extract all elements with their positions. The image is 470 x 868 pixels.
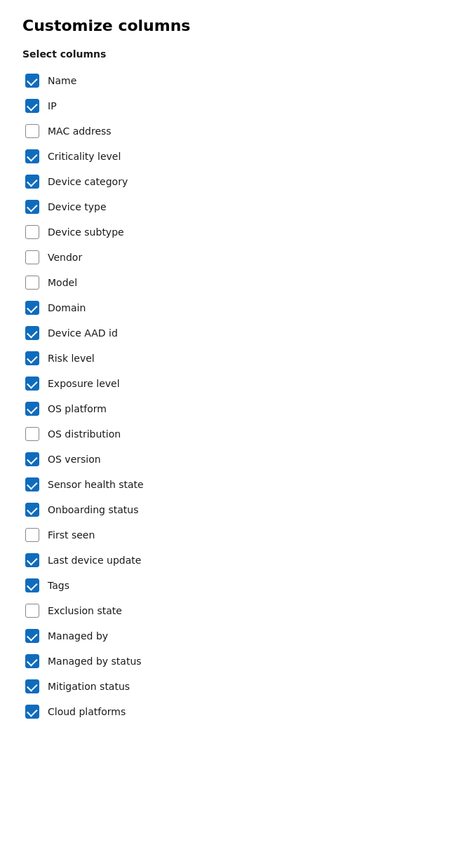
column-item-vendor[interactable]: Vendor [22,245,448,270]
checkbox-exposure-level[interactable] [25,377,39,391]
checkbox-mitigation-status[interactable] [25,679,39,693]
checkbox-ip[interactable] [25,99,39,113]
column-label-last-device-update: Last device update [48,555,141,566]
checkbox-onboarding-status[interactable] [25,503,39,517]
column-item-device-subtype[interactable]: Device subtype [22,219,448,245]
column-label-criticality-level: Criticality level [48,151,121,162]
column-item-exposure-level[interactable]: Exposure level [22,371,448,396]
column-label-name: Name [48,75,76,86]
column-label-mitigation-status: Mitigation status [48,681,130,692]
column-item-onboarding-status[interactable]: Onboarding status [22,497,448,522]
column-item-managed-by-status[interactable]: Managed by status [22,649,448,674]
column-item-criticality-level[interactable]: Criticality level [22,144,448,169]
checkbox-first-seen[interactable] [25,528,39,542]
checkbox-cloud-platforms[interactable] [25,705,39,719]
column-label-cloud-platforms: Cloud platforms [48,706,126,717]
column-item-mitigation-status[interactable]: Mitigation status [22,674,448,699]
column-item-os-distribution[interactable]: OS distribution [22,421,448,447]
column-label-onboarding-status: Onboarding status [48,504,138,515]
column-item-risk-level[interactable]: Risk level [22,346,448,371]
page-title: Customize columns [22,17,448,34]
column-label-mac-address: MAC address [48,126,112,137]
checkbox-sensor-health-state[interactable] [25,477,39,491]
column-item-first-seen[interactable]: First seen [22,522,448,548]
column-item-last-device-update[interactable]: Last device update [22,548,448,573]
column-label-managed-by: Managed by [48,630,108,642]
column-label-exclusion-state: Exclusion state [48,605,122,616]
column-item-device-type[interactable]: Device type [22,194,448,219]
checkbox-criticality-level[interactable] [25,149,39,163]
column-label-os-distribution: OS distribution [48,428,121,440]
checkbox-exclusion-state[interactable] [25,604,39,618]
column-item-mac-address[interactable]: MAC address [22,118,448,144]
column-item-exclusion-state[interactable]: Exclusion state [22,598,448,623]
column-label-exposure-level: Exposure level [48,378,120,389]
column-label-device-aad-id: Device AAD id [48,327,118,339]
column-label-domain: Domain [48,302,86,313]
column-label-device-subtype: Device subtype [48,226,124,238]
column-item-cloud-platforms[interactable]: Cloud platforms [22,699,448,724]
column-item-os-platform[interactable]: OS platform [22,396,448,421]
column-label-first-seen: First seen [48,529,95,541]
checkbox-tags[interactable] [25,578,39,592]
checkbox-os-version[interactable] [25,452,39,466]
column-item-device-aad-id[interactable]: Device AAD id [22,320,448,346]
column-item-model[interactable]: Model [22,270,448,295]
checkbox-name[interactable] [25,74,39,88]
column-item-sensor-health-state[interactable]: Sensor health state [22,472,448,497]
checkbox-device-aad-id[interactable] [25,326,39,340]
column-label-risk-level: Risk level [48,353,95,364]
column-label-managed-by-status: Managed by status [48,656,142,667]
checkbox-os-platform[interactable] [25,402,39,416]
section-label: Select columns [22,48,448,60]
checkbox-managed-by-status[interactable] [25,654,39,668]
checkbox-device-type[interactable] [25,200,39,214]
column-item-name[interactable]: Name [22,68,448,93]
column-item-os-version[interactable]: OS version [22,447,448,472]
column-item-ip[interactable]: IP [22,93,448,118]
column-item-device-category[interactable]: Device category [22,169,448,194]
checkbox-mac-address[interactable] [25,124,39,138]
column-label-vendor: Vendor [48,252,82,263]
column-item-domain[interactable]: Domain [22,295,448,320]
checkbox-vendor[interactable] [25,250,39,264]
column-label-tags: Tags [48,580,69,591]
checkbox-device-subtype[interactable] [25,225,39,239]
checkbox-device-category[interactable] [25,175,39,189]
column-label-device-category: Device category [48,176,128,187]
checkbox-risk-level[interactable] [25,351,39,365]
checkbox-managed-by[interactable] [25,629,39,643]
column-item-managed-by[interactable]: Managed by [22,623,448,649]
column-label-os-version: OS version [48,454,101,465]
checkbox-os-distribution[interactable] [25,427,39,441]
checkbox-domain[interactable] [25,301,39,315]
checkbox-last-device-update[interactable] [25,553,39,567]
column-list: NameIPMAC addressCriticality levelDevice… [22,68,448,724]
column-label-ip: IP [48,100,57,111]
column-label-os-platform: OS platform [48,403,107,414]
checkbox-model[interactable] [25,276,39,290]
column-label-model: Model [48,277,77,288]
column-label-device-type: Device type [48,201,107,212]
column-label-sensor-health-state: Sensor health state [48,479,144,490]
column-item-tags[interactable]: Tags [22,573,448,598]
